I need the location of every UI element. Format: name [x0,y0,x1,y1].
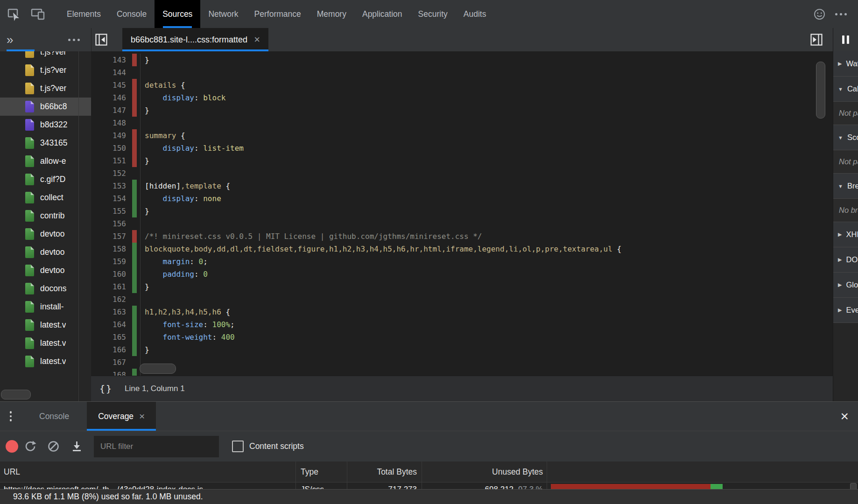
file-row[interactable]: docons [0,280,91,298]
tab-coverage-close-icon[interactable]: × [139,411,145,422]
editor-vertical-scrollbar[interactable] [816,62,825,119]
column-header-Type[interactable]: Type [296,462,347,482]
file-tab-close-icon[interactable]: × [254,35,260,45]
more-navigator-tabs-icon[interactable]: » [7,34,13,46]
line-number[interactable]: 162 [91,293,126,306]
line-number[interactable]: 153 [91,180,126,192]
line-number[interactable]: 152 [91,167,126,180]
tab-coverage[interactable]: Coverage × [87,402,156,431]
line-number[interactable]: 158 [91,243,126,255]
sidebar-section-watch[interactable]: ▶Watch [833,51,858,77]
sidebar-section-xhr-fetch-breakpoints[interactable]: ▶XHR/fetch Breakpoints [833,222,858,247]
line-number[interactable]: 144 [91,66,126,79]
tab-memory[interactable]: Memory [309,0,354,28]
line-number[interactable]: 143 [91,54,126,66]
line-number[interactable]: 149 [91,129,126,142]
line-number[interactable]: 163 [91,306,126,318]
line-number[interactable]: 155 [91,205,126,217]
tab-performance[interactable]: Performance [246,0,309,28]
file-row[interactable]: 343165 [0,134,91,152]
line-number[interactable]: 154 [91,192,126,205]
file-row[interactable]: c.gif?D [0,170,91,189]
content-scripts-checkbox[interactable] [232,441,244,452]
tab-security[interactable]: Security [410,0,456,28]
code-token: /*! minireset.css v0.0.5 | MIT License |… [145,232,482,241]
sidebar-section-global-listeners[interactable]: ▶Global Listeners [833,273,858,298]
line-number[interactable]: 146 [91,91,126,104]
drawer-menu-icon[interactable] [0,402,21,431]
clear-icon[interactable] [42,435,65,458]
line-number[interactable]: 167 [91,356,126,369]
file-row[interactable]: allow-e [0,152,91,170]
column-header-URL[interactable]: URL [0,462,296,482]
pretty-print-icon[interactable]: {} [99,383,113,394]
line-number[interactable]: 161 [91,280,126,293]
file-row[interactable]: latest.v [0,334,91,352]
feedback-smiley-icon[interactable] [813,8,826,21]
line-number[interactable]: 157 [91,230,126,243]
column-header-Total Bytes[interactable]: Total Bytes [347,462,422,482]
more-menu-icon[interactable] [835,13,847,15]
file-row[interactable]: t.js?ver [0,61,91,79]
line-number[interactable]: 145 [91,79,126,91]
tab-elements[interactable]: Elements [59,0,109,28]
line-number[interactable]: 160 [91,268,126,280]
inspect-icon[interactable] [5,4,22,24]
column-header-Unused Bytes[interactable]: Unused Bytes [422,462,547,482]
tab-audits[interactable]: Audits [456,0,494,28]
file-row[interactable]: collect [0,189,91,207]
line-number[interactable]: 148 [91,117,126,129]
hide-navigator-icon[interactable] [91,28,111,51]
export-download-icon[interactable] [65,435,88,458]
code-token: : [194,93,203,102]
sidebar-section-dom-breakpoints[interactable]: ▶DOM Breakpoints [833,247,858,273]
url-filter-input[interactable] [94,436,219,457]
file-row[interactable]: b8d322 [0,116,91,134]
content-scripts-label[interactable]: Content scripts [249,441,304,451]
code-token: } [145,207,149,216]
file-tab-css-formatted[interactable]: b66bc881.site-l....css:formatted × [122,28,268,51]
record-button[interactable] [6,440,18,453]
file-row[interactable]: t.js?ver [0,79,91,98]
file-row[interactable]: latest.v [0,316,91,334]
column-header-bar[interactable] [547,462,858,482]
file-row[interactable]: install- [0,298,91,316]
line-number[interactable]: 151 [91,154,126,167]
line-number[interactable]: 156 [91,217,126,230]
reload-icon[interactable] [18,435,42,458]
sidebar-section-call-stack[interactable]: ▼Call Stack [833,77,858,102]
editor-horizontal-scrollbar[interactable] [140,364,176,374]
line-number[interactable]: 147 [91,104,126,117]
tab-sources[interactable]: Sources [155,0,200,28]
navigator-horizontal-scrollbar[interactable] [1,390,31,399]
file-row[interactable]: devtoo [0,261,91,280]
sidebar-section-scope[interactable]: ▼Scope [833,125,858,150]
sidebar-section-breakpoints[interactable]: ▼Breakpoints [833,174,858,199]
file-row[interactable]: b66bc8 [0,98,91,116]
line-number[interactable]: 150 [91,142,126,154]
file-row[interactable]: t.js?ver [0,51,91,61]
pause-script-execution-icon[interactable] [833,28,858,51]
line-number[interactable]: 168 [91,369,126,376]
file-row[interactable]: devtoo [0,225,91,243]
tab-console[interactable]: Console [28,402,80,431]
tab-application[interactable]: Application [354,0,410,28]
drawer-close-icon[interactable]: × [840,402,858,431]
code-token: padding [163,270,194,279]
code-editor[interactable]: 143}144145details {146 display: block147… [91,51,833,376]
tab-network[interactable]: Network [200,0,246,28]
line-number[interactable]: 164 [91,318,126,331]
line-number[interactable]: 165 [91,331,126,343]
code-token: font-weight [163,333,212,342]
code-token: { [221,308,230,316]
tab-console[interactable]: Console [109,0,155,28]
sidebar-section-event-listener-breakpoints[interactable]: ▶Event Listener Breakpoints [833,298,858,323]
file-row[interactable]: contrib [0,207,91,225]
file-row[interactable]: devtoo [0,243,91,261]
file-row[interactable]: latest.v [0,352,91,371]
device-toolbar-icon[interactable] [29,4,47,24]
navigator-more-options-icon[interactable] [68,39,80,41]
line-number[interactable]: 166 [91,343,126,356]
line-number[interactable]: 159 [91,255,126,268]
open-sidebar-icon[interactable] [807,28,826,51]
